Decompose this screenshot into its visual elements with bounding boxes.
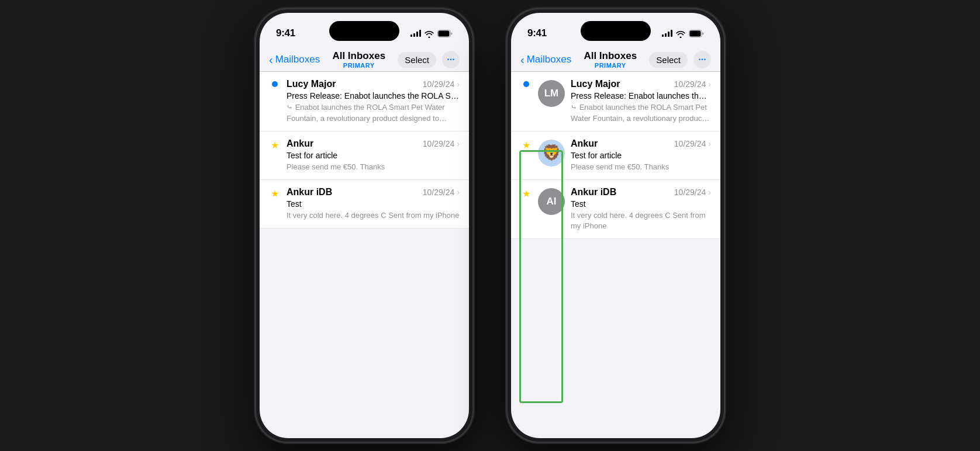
star-ankur-right: ★ bbox=[522, 141, 530, 150]
nav-title-text-left: All Inboxes bbox=[332, 50, 385, 62]
email-item-ankur-left[interactable]: ★ Ankur 10/29/24 › Test for article Plea… bbox=[260, 131, 469, 180]
chevron-right-lucy-right: › bbox=[708, 79, 711, 89]
email-header-ankuridb-left: Ankur iDB 10/29/24 › bbox=[287, 187, 460, 197]
email-status-ankur-right: ★ bbox=[520, 138, 532, 150]
back-label-right: Mailboxes bbox=[527, 54, 572, 65]
chevron-right-ankuridb-right: › bbox=[708, 188, 711, 197]
time-left: 9:41 bbox=[276, 27, 295, 39]
unread-dot-lucy-right bbox=[523, 81, 529, 87]
email-content-lucy-left: Lucy Major 10/29/24 › Press Release: Ena… bbox=[287, 79, 460, 123]
email-status-ankur-left: ★ bbox=[269, 138, 281, 150]
more-button-right[interactable]: ··· bbox=[693, 51, 711, 68]
avatar-ankur-right: 🦁 bbox=[538, 140, 565, 166]
chevron-right-ankur-left: › bbox=[457, 139, 460, 148]
email-date-row-lucy-left: 10/29/24 › bbox=[423, 79, 460, 89]
email-header-lucy-left: Lucy Major 10/29/24 › bbox=[287, 79, 460, 89]
email-date-lucy-right: 10/29/24 bbox=[674, 79, 706, 89]
dynamic-island-right bbox=[581, 21, 651, 41]
email-header-ankur-left: Ankur 10/29/24 › bbox=[287, 138, 460, 149]
nav-subtitle-left: PRIMARY bbox=[332, 62, 385, 69]
email-sender-lucy-left: Lucy Major bbox=[287, 79, 336, 89]
more-button-left[interactable]: ··· bbox=[442, 51, 460, 68]
reply-icon-lucy-right: ⤷ bbox=[571, 103, 579, 112]
back-button-left[interactable]: ‹ Mailboxes bbox=[269, 54, 320, 65]
back-button-right[interactable]: ‹ Mailboxes bbox=[520, 54, 571, 65]
email-preview-ankur-right: Please send me €50. Thanks bbox=[571, 162, 711, 172]
battery-icon-left bbox=[437, 30, 453, 37]
email-subject-ankuridb-right: Test bbox=[571, 199, 711, 209]
signal-icon-right bbox=[662, 30, 672, 37]
email-subject-ankur-left: Test for article bbox=[287, 151, 460, 160]
email-sender-lucy-right: Lucy Major bbox=[571, 79, 620, 89]
unread-dot-lucy-left bbox=[272, 81, 278, 87]
chevron-right-lucy-left: › bbox=[457, 79, 460, 89]
email-date-row-ankuridb-left: 10/29/24 › bbox=[423, 188, 460, 197]
email-item-lucy-left[interactable]: Lucy Major 10/29/24 › Press Release: Ena… bbox=[260, 72, 469, 131]
email-status-ankuridb-left: ★ bbox=[269, 187, 281, 199]
email-preview-lucy-right: ⤷ Enabot launches the ROLA Smart Pet Wat… bbox=[571, 102, 711, 123]
email-subject-lucy-right: Press Release: Enabot launches the ROLA … bbox=[571, 91, 711, 100]
select-button-left[interactable]: Select bbox=[398, 52, 436, 68]
email-preview-ankur-left: Please send me €50. Thanks bbox=[287, 162, 460, 172]
time-right: 9:41 bbox=[527, 27, 547, 39]
nav-title-left: All Inboxes PRIMARY bbox=[332, 50, 385, 69]
email-sender-ankur-right: Ankur bbox=[571, 138, 598, 149]
email-preview-ankuridb-right: It very cold here. 4 degrees C Sent from… bbox=[571, 210, 711, 231]
email-subject-ankuridb-left: Test bbox=[287, 199, 460, 209]
email-status-lucy-left bbox=[269, 79, 281, 87]
email-status-ankuridb-right: ★ bbox=[520, 187, 532, 199]
email-header-lucy-right: Lucy Major 10/29/24 › bbox=[571, 79, 711, 89]
select-button-right[interactable]: Select bbox=[649, 52, 688, 68]
battery-icon-right bbox=[689, 30, 704, 37]
email-item-ankuridb-right[interactable]: ★ AI Ankur iDB 10/29/24 › Test It very c… bbox=[511, 180, 720, 239]
nav-bar-right: ‹ Mailboxes All Inboxes PRIMARY Select ·… bbox=[511, 47, 720, 71]
email-list-right: LM Lucy Major 10/29/24 › Press Release: … bbox=[511, 72, 720, 239]
email-header-ankuridb-right: Ankur iDB 10/29/24 › bbox=[571, 187, 711, 197]
star-ankuridb-right: ★ bbox=[522, 189, 530, 199]
email-date-ankur-right: 10/29/24 bbox=[674, 139, 706, 148]
email-sender-ankur-left: Ankur bbox=[287, 138, 313, 149]
avatar-lucy-right: LM bbox=[538, 80, 565, 107]
email-date-row-ankuridb-right: 10/29/24 › bbox=[674, 188, 711, 197]
nav-bar-left: ‹ Mailboxes All Inboxes PRIMARY Select ·… bbox=[260, 47, 469, 71]
email-content-ankuridb-left: Ankur iDB 10/29/24 › Test It very cold h… bbox=[287, 187, 460, 221]
reply-icon-lucy-left: ⤷ bbox=[287, 103, 295, 112]
signal-icon-left bbox=[410, 30, 421, 37]
email-subject-ankur-right: Test for article bbox=[571, 151, 711, 160]
email-item-lucy-right[interactable]: LM Lucy Major 10/29/24 › Press Release: … bbox=[511, 72, 720, 131]
email-subject-lucy-left: Press Release: Enabot launches the ROLA … bbox=[287, 91, 460, 100]
email-content-ankur-right: Ankur 10/29/24 › Test for article Please… bbox=[571, 138, 711, 172]
email-header-ankur-right: Ankur 10/29/24 › bbox=[571, 138, 711, 149]
phones-container: 9:41 bbox=[256, 9, 724, 442]
email-date-lucy-left: 10/29/24 bbox=[423, 79, 455, 89]
phone-right-screen: 9:41 bbox=[511, 13, 720, 438]
back-chevron-right: ‹ bbox=[520, 54, 524, 65]
email-content-lucy-right: Lucy Major 10/29/24 › Press Release: Ena… bbox=[571, 79, 711, 123]
avatar-ankuridb-right: AI bbox=[538, 188, 565, 215]
email-preview-ankuridb-left: It very cold here. 4 degrees C Sent from… bbox=[287, 210, 460, 221]
email-list-left: Lucy Major 10/29/24 › Press Release: Ena… bbox=[260, 72, 469, 228]
status-icons-right bbox=[662, 30, 704, 37]
email-item-ankuridb-left[interactable]: ★ Ankur iDB 10/29/24 › Test It very cold… bbox=[260, 180, 469, 228]
email-date-ankur-left: 10/29/24 bbox=[423, 139, 455, 148]
chevron-right-ankuridb-left: › bbox=[457, 188, 460, 197]
nav-title-right: All Inboxes PRIMARY bbox=[584, 50, 637, 69]
chevron-right-ankur-right: › bbox=[708, 139, 711, 148]
nav-actions-left: Select ··· bbox=[398, 51, 460, 68]
svg-rect-3 bbox=[690, 30, 701, 36]
email-date-row-lucy-right: 10/29/24 › bbox=[674, 79, 711, 89]
wifi-icon-left bbox=[425, 30, 434, 37]
status-icons-left bbox=[410, 30, 453, 37]
email-date-row-ankur-right: 10/29/24 › bbox=[674, 139, 711, 148]
star-ankuridb-left: ★ bbox=[271, 189, 279, 199]
phone-right: 9:41 bbox=[508, 9, 724, 442]
email-date-ankuridb-left: 10/29/24 bbox=[423, 188, 455, 197]
nav-subtitle-right: PRIMARY bbox=[584, 62, 637, 69]
email-preview-lucy-left: ⤷ Enabot launches the ROLA Smart Pet Wat… bbox=[287, 102, 460, 123]
email-content-ankuridb-right: Ankur iDB 10/29/24 › Test It very cold h… bbox=[571, 187, 711, 231]
nav-actions-right: Select ··· bbox=[649, 51, 711, 68]
email-status-lucy-right bbox=[520, 79, 532, 87]
email-item-ankur-right[interactable]: ★ 🦁 Ankur 10/29/24 › Test for article Pl… bbox=[511, 131, 720, 180]
wifi-icon-right bbox=[676, 30, 685, 37]
back-chevron-left: ‹ bbox=[269, 54, 273, 65]
